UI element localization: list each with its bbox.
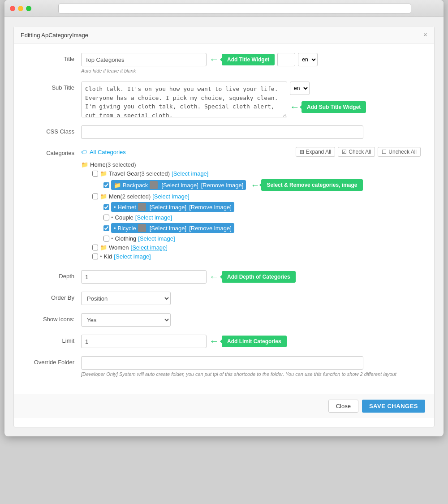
remove-image-link[interactable]: [Remove image] [189,204,232,211]
select-image-link[interactable]: [Select image] [161,182,198,189]
selected-count: (2 selected) [120,193,151,200]
window: Editting ApCategoryImage × Title ← Add T… [4,0,444,436]
select-remove-annotation: Select & Remove categories, image [261,179,362,191]
expand-icon: ⊞ [300,149,304,155]
depth-content: ← Add Depth of Categories [81,270,421,284]
show-icons-label: Show icons: [27,313,81,323]
tree-label: Men [109,193,120,200]
titlebar [4,0,444,17]
add-subtitle-widget-button[interactable]: Add Sub Title Widget [302,101,366,113]
close-icon[interactable]: × [423,31,427,39]
override-folder-label: Override Folder [27,356,81,366]
order-by-select[interactable]: Position Name ID [81,292,171,305]
add-title-widget-button[interactable]: Add Title Widget [222,54,275,65]
limit-arrow-icon: ← [209,336,219,347]
title-row: Title ← Add Title Widget en Auto hide if… [27,53,421,73]
folder-icon: 📁 [100,193,107,200]
tree-item-travel-gear: 📁 Travel Gear (3 selected) [Select image… [81,170,421,177]
subtitle-textarea[interactable]: Cloth talk. It's on you how you want to … [81,82,287,117]
override-folder-content: [Developer Only] System will auto create… [81,356,421,377]
developer-hint: [Developer Only] System will auto create… [81,371,421,377]
image-thumb [138,224,146,232]
css-class-label: CSS Class [27,125,81,135]
tree-item-bicycle: • Bicycle [Select image] [Remove image] [81,223,421,233]
url-bar [58,4,411,13]
expand-all-button[interactable]: ⊞ Expand All [296,147,336,157]
tree-item-backpack: 📁 Backpack [Select image] [Remove image]… [81,179,421,191]
tree-checkbox-men[interactable] [92,194,98,199]
css-class-input[interactable] [81,125,363,139]
limit-input[interactable] [81,335,207,348]
folder-icon: 📁 [100,244,107,251]
title-label: Title [27,53,81,62]
subtitle-lang-select[interactable]: en [290,82,310,95]
footer-bar: Close SAVE CHANGES [14,394,434,418]
tree-checkbox-travel-gear[interactable] [92,171,98,177]
order-by-row: Order By Position Name ID [27,292,421,305]
title-content: ← Add Title Widget en Auto hide if leave… [81,53,421,73]
tree-item-home: 📁 Home (3 selected) [81,161,421,168]
dot-icon: • [114,225,116,232]
select-image-link[interactable]: [Select image] [114,253,151,260]
tree-label: Backpack [123,182,148,189]
tree-checkbox-bicycle[interactable] [103,225,109,231]
cat-actions: ⊞ Expand All ☑ Check All ☐ Uncheck All [296,147,421,157]
select-image-link[interactable]: [Select image] [150,204,186,211]
tree-item-women: 📁 Women [Select image] [81,244,421,251]
order-by-content: Position Name ID [81,292,421,305]
image-thumb [138,203,146,211]
depth-label: Depth [27,270,81,280]
tree-label: Home [90,161,106,168]
css-class-content [81,125,421,139]
close-button[interactable]: Close [328,400,358,413]
show-icons-row: Show icons: Yes No [27,313,421,327]
order-by-label: Order By [27,292,81,301]
select-image-link[interactable]: [Select image] [150,225,186,232]
depth-row: Depth ← Add Depth of Categories [27,270,421,284]
tree-checkbox-kid[interactable] [92,254,98,259]
tree-checkbox-clothing[interactable] [103,236,109,241]
check-all-button[interactable]: ☑ Check All [338,147,375,157]
folder-icon: 📁 [114,182,121,189]
tree-checkbox-helmet[interactable] [103,204,109,210]
dialog-container: Editting ApCategoryImage × Title ← Add T… [13,26,435,427]
title-input[interactable] [81,53,207,66]
uncheck-all-button[interactable]: ☐ Uncheck All [378,147,421,157]
add-depth-annotation: Add Depth of Categories [222,271,296,283]
tree-label: Helmet [118,204,136,211]
depth-input[interactable] [81,270,207,284]
remove-image-link[interactable]: [Remove image] [201,182,244,189]
select-image-link[interactable]: [Select image] [152,193,189,200]
close-traffic-light[interactable] [10,6,15,11]
tree-item-clothing: • Clothing [Select image] [81,235,421,242]
override-folder-input[interactable] [81,356,363,370]
tree-label: Bicycle [118,225,136,232]
highlighted-backpack: 📁 Backpack [Select image] [Remove image] [111,180,246,190]
select-image-link[interactable]: [Select image] [172,170,208,177]
dot-icon: • [111,214,113,221]
dot-icon: • [111,235,113,242]
tree-checkbox-backpack[interactable] [103,182,109,188]
image-thumb [150,181,158,189]
tree-item-kid: • Kid [Select image] [81,253,421,260]
fullscreen-traffic-light[interactable] [26,6,31,11]
show-icons-select[interactable]: Yes No [81,313,171,327]
tree-checkbox-women[interactable] [92,245,98,250]
highlighted-bicycle: • Bicycle [Select image] [Remove image] [111,223,234,233]
title-extra-input[interactable] [277,53,295,66]
add-limit-annotation: Add Limit Categories [222,336,287,347]
all-categories-link[interactable]: 🏷 All Categories [81,149,126,155]
subtitle-row: Sub Title Cloth talk. It's on you how yo… [27,82,421,117]
remove-image-link[interactable]: [Remove image] [189,225,232,232]
tree-checkbox-couple[interactable] [103,215,109,220]
select-image-link[interactable]: [Select image] [135,214,172,221]
traffic-lights [10,6,31,11]
minimize-traffic-light[interactable] [18,6,23,11]
subtitle-label: Sub Title [27,82,81,91]
select-image-link[interactable]: [Select image] [138,235,175,242]
title-lang-select[interactable]: en [298,53,318,66]
tree-label: Kid [104,253,112,260]
subtitle-content: Cloth talk. It's on you how you want to … [81,82,421,117]
save-changes-button[interactable]: SAVE CHANGES [362,400,425,413]
select-image-link[interactable]: [Select image] [131,244,168,251]
